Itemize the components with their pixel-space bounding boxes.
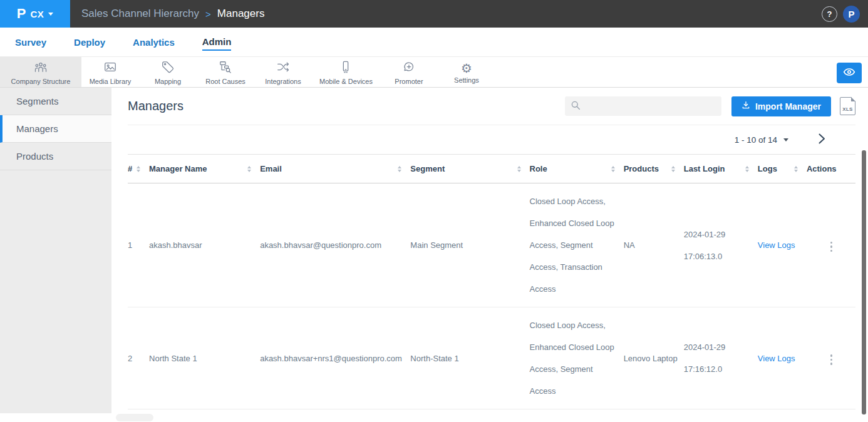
import-manager-label: Import Manager [755,101,821,111]
header-logs[interactable]: Logs [758,155,807,183]
toolbar-root-causes[interactable]: Root Causes [197,57,254,87]
toolbar-item-label: Mapping [155,78,181,85]
header-last-login[interactable]: Last Login [684,155,758,183]
nav-deploy[interactable]: Deploy [74,34,105,50]
nav-survey[interactable]: Survey [15,34,46,50]
sort-icon[interactable] [611,166,615,172]
folded-corner [851,97,855,101]
manager-role: Closed Loop Access, Enhanced Closed Loop… [530,307,624,409]
pagination-range-label: 1 - 10 of 14 [735,135,777,145]
eye-icon [843,67,855,80]
pagination-range-dropdown[interactable]: 1 - 10 of 14 [735,135,788,145]
manager-email: akash.bhavsar@questionpro.com [260,183,410,307]
sidebar-item-products[interactable]: Products [0,143,111,170]
vertical-scrollbar[interactable] [862,150,866,414]
view-logs-link[interactable]: View Logs [758,240,795,250]
toolbar-item-label: Settings [454,76,479,84]
tag-icon [161,60,175,76]
manager-email: akash.bhavsar+nrs1@questionpro.com [260,307,410,409]
sort-icon[interactable] [398,166,401,172]
header-num[interactable]: # [128,155,149,183]
header-email[interactable]: Email [260,155,410,183]
header-role[interactable]: Role [530,155,624,183]
download-icon [741,101,750,111]
help-button[interactable]: ? [822,6,837,22]
next-page-button[interactable] [819,133,825,147]
search-input[interactable] [584,101,716,111]
sort-icon[interactable] [137,166,140,172]
xls-label: XLS [842,106,852,112]
company-structure-icon [34,60,48,76]
manager-name: North State 2 [149,409,260,422]
search-icon [571,100,581,113]
questionpro-account-button[interactable]: P [843,6,860,23]
nav-analytics[interactable]: Analytics [133,34,175,50]
manager-role: Closed Loop Access, Enhanced Closed Loop… [530,183,624,307]
export-xls-button[interactable]: XLS [840,97,855,115]
toolbar-item-label: Promoter [395,78,423,85]
primary-nav: Survey Deploy Analytics Admin [0,28,868,56]
toolbar-item-label: Media Library [90,78,132,85]
toolbar-promoter[interactable]: Promoter [380,57,438,87]
chat-plus-icon [402,60,416,76]
table-header-row: # Manager Name Email Segment Role Produc… [128,155,855,183]
top-bar: P CX Sales Channel Hierarchy > Managers … [0,0,868,28]
gear-icon: ⚙ [461,61,472,75]
sort-icon[interactable] [794,166,798,172]
row-actions-kebab-icon[interactable] [824,352,839,368]
sort-icon[interactable] [745,166,749,172]
manager-products: NA [624,183,684,307]
breadcrumb-separator: > [205,9,211,19]
breadcrumb-parent-link[interactable]: Sales Channel Hierarchy [81,8,199,20]
toolbar-media-library[interactable]: Media Library [81,57,139,87]
mobile-icon [339,60,353,76]
sort-icon[interactable] [671,166,675,172]
shuffle-icon [276,60,290,76]
root-causes-icon [219,60,232,76]
toolbar-settings[interactable]: ⚙ Settings [438,57,495,87]
header-segment[interactable]: Segment [410,155,529,183]
table-row: 3 North State 2 akash.bhavsar+nrs2@quest… [128,409,855,422]
manager-segment: North-State 1 [410,307,529,409]
view-logs-link[interactable]: View Logs [758,354,795,363]
manager-email: akash.bhavsar+nrs2@questionpro.com [260,409,410,422]
media-library-icon [103,60,117,76]
row-actions-kebab-icon[interactable] [824,239,839,255]
row-number: 1 [128,183,149,307]
admin-toolbar: Company Structure Media Library Mapping … [0,56,868,88]
manager-role: Segment Access, Closed Loop Access [530,409,624,422]
breadcrumb: Sales Channel Hierarchy > Managers [81,0,264,28]
sidebar-item-managers[interactable]: Managers [0,115,111,143]
app-logo[interactable]: P CX [0,0,70,28]
last-login: 2024-01-29 17:19:08.0 [684,409,758,422]
toolbar-mapping[interactable]: Mapping [139,57,197,87]
product-name: CX [30,9,44,19]
table-row: 2 North State 1 akash.bhavsar+nrs1@quest… [128,307,855,409]
table-row: 1 akash.bhavsar akash.bhavsar@questionpr… [128,183,855,307]
sort-icon[interactable] [247,166,251,172]
row-number: 2 [128,307,149,409]
page-header: Managers Import Manager XLS [128,88,855,125]
header-products[interactable]: Products [624,155,684,183]
toolbar-item-label: Integrations [265,78,301,85]
toolbar-company-structure[interactable]: Company Structure [0,57,81,87]
import-manager-button[interactable]: Import Manager [731,96,831,116]
admin-sidebar: Segments Managers Products [0,88,111,413]
last-login: 2024-01-29 17:16:12.0 [684,307,758,409]
header-manager-name[interactable]: Manager Name [149,155,260,183]
header-actions: Actions [807,155,855,183]
toolbar-mobile-devices[interactable]: Mobile & Devices [312,57,380,87]
horizontal-scrollbar[interactable] [116,414,153,421]
search-box[interactable] [565,96,721,116]
sidebar-item-segments[interactable]: Segments [0,88,111,115]
toolbar-integrations[interactable]: Integrations [254,57,312,87]
chevron-down-icon [48,13,53,16]
sort-icon[interactable] [517,166,521,172]
manager-name: akash.bhavsar [149,183,260,307]
preview-eye-button[interactable] [837,63,862,83]
manager-name: North State 1 [149,307,260,409]
nav-admin[interactable]: Admin [202,34,232,51]
toolbar-item-label: Company Structure [11,78,71,85]
manager-segment: Main Segment [410,183,529,307]
last-login: 2024-01-29 17:06:13.0 [684,183,758,307]
